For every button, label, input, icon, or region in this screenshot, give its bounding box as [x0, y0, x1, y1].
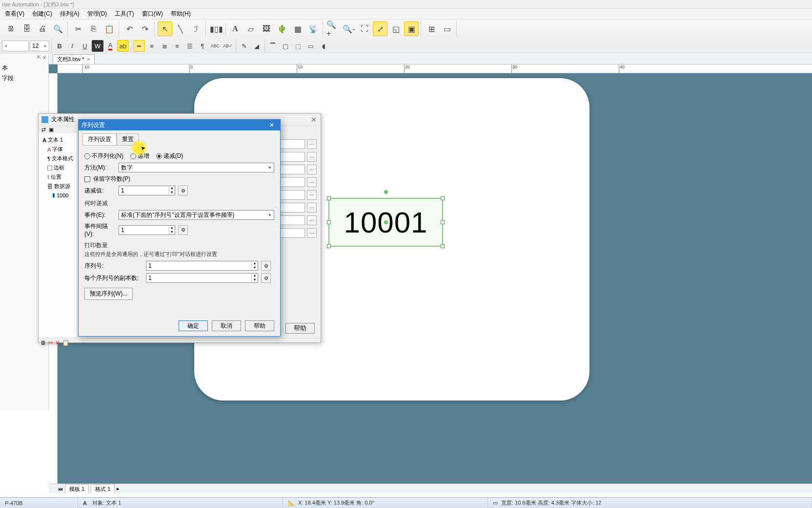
new-icon[interactable]: 🗎 — [41, 339, 46, 346]
browse-icon[interactable]: ⋯ — [307, 215, 317, 225]
panel-item-2[interactable]: 字段 — [2, 73, 46, 84]
tree-datasource[interactable]: 🗄 数据源 — [41, 182, 75, 191]
preview-sequence-button[interactable]: 预览序列(W)... — [84, 288, 133, 300]
menu-create[interactable]: 创建(C) — [28, 9, 56, 19]
resize-handle[interactable] — [327, 196, 331, 200]
shape-tool-icon[interactable]: ▱ — [244, 21, 258, 36]
radio-none[interactable] — [84, 153, 90, 159]
align-left-icon[interactable]: ≡ — [146, 40, 158, 52]
font-color-icon[interactable]: A — [104, 40, 116, 52]
dialog-title-bar[interactable]: 序列设置 ✕ — [79, 120, 280, 130]
menu-arrange[interactable]: 排列(A) — [56, 9, 83, 19]
print-preview-icon[interactable]: 🔍 — [51, 21, 65, 36]
align-justify-icon[interactable]: ☰ — [184, 40, 196, 52]
step-spinner[interactable]: ▲▼ — [119, 186, 175, 195]
copies-options-icon[interactable]: ⚙ — [261, 273, 271, 283]
copy-icon[interactable]: ⎘ — [86, 21, 101, 36]
paste-icon[interactable]: 📋 — [62, 339, 69, 346]
superscript-icon[interactable]: ABC — [209, 40, 221, 52]
italic-icon[interactable]: I — [66, 40, 78, 52]
border-all-icon[interactable]: ▢ — [280, 40, 291, 52]
tab-reset[interactable]: 重置 — [117, 133, 139, 146]
text-tool-icon[interactable]: ℐ — [189, 21, 203, 36]
interval-options-icon[interactable]: ⚙ — [178, 225, 188, 235]
image-tool-icon[interactable]: 🖼 — [259, 21, 274, 36]
zoom-page-icon[interactable]: ▣ — [404, 21, 419, 36]
event-combo[interactable]: 标准(下面的"序列号"设置用于设置事件频率)▼ — [119, 210, 274, 220]
template-tab[interactable]: 模板 1 — [65, 484, 89, 494]
tab-sequence[interactable]: 序列设置 — [82, 133, 117, 146]
browse-icon[interactable]: ⋯ — [307, 165, 317, 174]
tree-position[interactable]: ⟟ 位置 — [41, 172, 75, 182]
spellcheck-icon[interactable]: AB✓ — [222, 40, 234, 52]
tree-root[interactable]: A 文本 1 — [41, 135, 75, 145]
resize-handle[interactable] — [441, 244, 445, 248]
paste-icon[interactable]: 📋 — [102, 21, 117, 36]
browse-icon[interactable]: ⋯ — [307, 190, 317, 200]
copies-spinner[interactable]: ▲▼ — [146, 273, 258, 283]
font-size-combo[interactable]: 12 ▼ — [30, 41, 49, 51]
resize-handle[interactable] — [441, 220, 445, 224]
close-icon[interactable]: ✕ — [266, 121, 277, 129]
step-options-icon[interactable]: ⚙ — [178, 186, 188, 195]
line-tool-icon[interactable]: ╲ — [173, 21, 188, 36]
radio-decrement[interactable] — [156, 153, 162, 159]
close-icon[interactable]: ✕ — [311, 116, 317, 124]
ok-button[interactable]: 确定 — [179, 320, 208, 331]
panel-pin-close[interactable]: ⇱ ⨯ — [0, 54, 48, 61]
tree-font[interactable]: A 字体 — [41, 145, 75, 154]
zoom-in-icon[interactable]: 🔍+ — [326, 21, 341, 36]
zoom-fit-icon[interactable]: ⤢ — [373, 21, 387, 36]
tree-border[interactable]: 边框 — [41, 163, 75, 172]
print-icon[interactable]: 🖨 — [35, 21, 50, 36]
paragraph-icon[interactable]: ¶ — [197, 40, 208, 52]
grid-icon[interactable]: ⊞ — [424, 21, 439, 36]
help-button[interactable]: 帮助 — [285, 323, 315, 334]
menu-help[interactable]: 帮助(H) — [167, 9, 195, 19]
resize-handle[interactable] — [327, 244, 331, 248]
ruler-icon[interactable]: ▭ — [440, 21, 454, 36]
zoom-out-icon[interactable]: 🔍- — [342, 21, 356, 36]
add-tab-icon[interactable]: ▸ — [117, 486, 120, 492]
undo-icon[interactable]: ↶ — [122, 21, 137, 36]
underline-icon[interactable]: U — [79, 40, 91, 52]
new-doc-icon[interactable]: 🗎 — [4, 21, 19, 36]
zoom-region-icon[interactable]: ⛶ — [357, 21, 372, 36]
text-object-selected[interactable]: 10001 — [328, 198, 443, 247]
rrect-icon[interactable]: ◖ — [318, 40, 329, 52]
method-combo[interactable]: 数字▼ — [119, 163, 274, 172]
panel-item-1[interactable]: 本 — [2, 63, 46, 73]
highlight-icon[interactable]: ab — [117, 40, 129, 52]
close-icon[interactable]: ✕ — [86, 57, 90, 62]
inverse-icon[interactable]: W — [92, 40, 103, 52]
resize-handle[interactable] — [327, 220, 331, 224]
menu-manage[interactable]: 管理(D) — [83, 9, 111, 19]
resize-handle[interactable] — [441, 196, 445, 200]
fill-icon[interactable]: ◢ — [251, 40, 263, 52]
align-right-icon[interactable]: ≡ — [171, 40, 183, 52]
serial-spinner[interactable]: ▲▼ — [146, 261, 258, 271]
database-icon[interactable]: 🗄 — [20, 21, 34, 36]
cut-icon[interactable]: ✂ — [48, 339, 53, 346]
expand-icon[interactable]: ⇄ — [41, 127, 46, 132]
delete-icon[interactable]: ✕ — [55, 339, 60, 346]
browse-icon[interactable]: ⋯ — [307, 139, 317, 149]
menu-view[interactable]: 查看(V) — [1, 9, 28, 19]
collapse-icon[interactable]: ▣ — [49, 127, 54, 132]
cactus-icon[interactable]: 🌵 — [275, 21, 289, 36]
tree-textformat[interactable]: ¶ 文本格式 — [41, 154, 75, 163]
pen-icon[interactable]: ✎ — [238, 40, 250, 52]
menu-window[interactable]: 窗口(W) — [138, 9, 167, 19]
text-object-icon[interactable]: A — [228, 21, 243, 36]
browse-icon[interactable]: ⋯ — [307, 152, 317, 162]
tree-data-value[interactable]: ▮ 1000 — [41, 191, 75, 199]
browse-icon[interactable]: ⋯ — [307, 203, 317, 212]
border-none-icon[interactable]: ⬚ — [292, 40, 304, 52]
cancel-button[interactable]: 取消 — [212, 320, 241, 331]
center-handle[interactable] — [384, 220, 388, 224]
pointer-tool-icon[interactable]: ↖ — [158, 21, 172, 36]
doc-tab[interactable]: 文档3.btw * ✕ — [53, 54, 95, 64]
border-top-icon[interactable]: ▔ — [267, 40, 279, 52]
interval-spinner[interactable]: ▲▼ — [119, 225, 175, 235]
browse-icon[interactable]: ⋯ — [307, 177, 317, 187]
